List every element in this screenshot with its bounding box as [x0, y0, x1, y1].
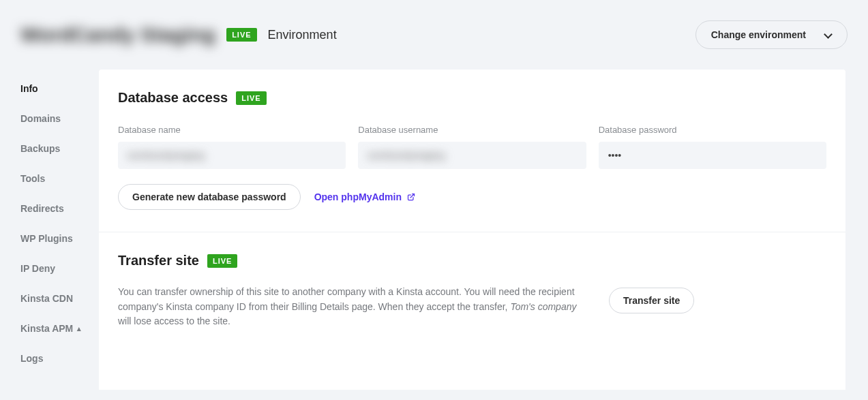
sidebar-item-info[interactable]: Info — [20, 83, 99, 94]
database-access-title: Database access — [118, 90, 228, 106]
environment-label: Environment — [268, 28, 337, 42]
db-password-value: •••• — [599, 142, 826, 169]
sidebar-item-redirects[interactable]: Redirects — [20, 203, 99, 214]
sidebar-item-domains[interactable]: Domains — [20, 113, 99, 124]
database-access-section: Database access LIVE Database name wordc… — [99, 70, 845, 232]
sidebar-item-kinsta-apm[interactable]: Kinsta APM ▴ — [20, 323, 99, 334]
sidebar-item-wp-plugins[interactable]: WP Plugins — [20, 233, 99, 244]
chevron-down-icon — [825, 31, 832, 38]
main-panel: Database access LIVE Database name wordc… — [99, 70, 845, 390]
change-environment-button[interactable]: Change environment — [695, 20, 848, 49]
db-name-value: wordcandystaging — [118, 142, 346, 169]
site-title: WordCandy Staging — [20, 23, 215, 46]
open-phpmyadmin-link[interactable]: Open phpMyAdmin — [314, 191, 415, 202]
env-live-badge: LIVE — [226, 28, 256, 42]
db-password-label: Database password — [599, 125, 826, 135]
sidebar: Info Domains Backups Tools Redirects WP … — [0, 70, 99, 364]
transfer-live-badge: LIVE — [207, 254, 237, 268]
sidebar-item-kinsta-cdn[interactable]: Kinsta CDN — [20, 293, 99, 304]
apm-indicator-icon: ▴ — [77, 324, 81, 333]
transfer-site-title: Transfer site — [118, 253, 199, 268]
sidebar-item-ip-deny[interactable]: IP Deny — [20, 263, 99, 274]
transfer-site-section: Transfer site LIVE You can transfer owne… — [99, 232, 845, 351]
change-environment-label: Change environment — [711, 29, 806, 40]
svg-line-0 — [410, 194, 415, 198]
external-link-icon — [407, 193, 415, 201]
sidebar-item-backups[interactable]: Backups — [20, 143, 99, 154]
db-name-label: Database name — [118, 125, 346, 135]
db-live-badge: LIVE — [236, 91, 266, 105]
sidebar-item-logs[interactable]: Logs — [20, 353, 99, 364]
sidebar-item-tools[interactable]: Tools — [20, 173, 99, 184]
generate-db-password-button[interactable]: Generate new database password — [118, 184, 301, 210]
db-username-value: wordcandystaging — [358, 142, 586, 169]
transfer-description: You can transfer ownership of this site … — [118, 285, 588, 329]
transfer-site-button[interactable]: Transfer site — [609, 288, 694, 313]
db-username-label: Database username — [358, 125, 586, 135]
